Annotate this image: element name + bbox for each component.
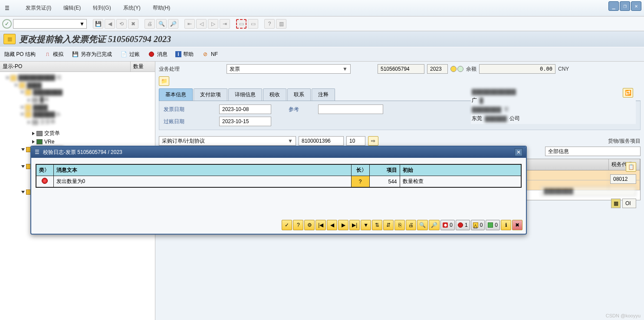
- header-row: 业务处理 发票▼ 5105605794 2023 余额 0.00 CNY: [159, 64, 641, 74]
- reference-field[interactable]: [318, 104, 383, 114]
- format-dropdown[interactable]: 全部信息: [545, 147, 641, 156]
- save-icon[interactable]: 💾: [93, 19, 103, 29]
- po-item-field[interactable]: 10: [346, 136, 365, 146]
- biz-dropdown[interactable]: 发票▼: [227, 64, 351, 74]
- item-number: 544: [369, 176, 400, 188]
- dialog-body: 类〉 消息文本 长〉 项目 初始 发出数量为0 ? 544 数量检查: [31, 158, 526, 217]
- messages-button[interactable]: 消息: [148, 51, 168, 58]
- hide-po-button[interactable]: 隐藏 PO 结构: [4, 51, 36, 58]
- stop-count[interactable]: ⬢0: [440, 220, 455, 230]
- po-search-button[interactable]: ⇨: [368, 136, 378, 146]
- find2-icon[interactable]: 🔍: [417, 220, 428, 230]
- display-button[interactable]: 📋: [626, 162, 636, 172]
- grid-icon[interactable]: ▦: [611, 199, 621, 208]
- dialog-cancel-button[interactable]: ✖: [512, 220, 522, 230]
- info2-icon[interactable]: ℹ: [501, 220, 511, 230]
- message-table: 类〉 消息文本 长〉 项目 初始 发出数量为0 ? 544 数量检查: [36, 164, 522, 188]
- menu-goto[interactable]: 转到(G): [87, 3, 117, 13]
- help2-icon[interactable]: ?: [293, 220, 303, 230]
- find-icon[interactable]: 🔍: [156, 19, 167, 29]
- menu-invoice[interactable]: 发票凭证(I): [20, 3, 57, 13]
- menu-system[interactable]: 系统(Y): [117, 3, 147, 13]
- next-icon[interactable]: ▷: [208, 19, 218, 29]
- invoice-date-field[interactable]: 2023-10-08: [219, 104, 271, 114]
- col-type: 类〉: [36, 164, 53, 176]
- restore-button[interactable]: ❐: [620, 1, 630, 11]
- vendor-detail-button[interactable]: 🔁: [623, 88, 633, 98]
- tab-tax[interactable]: 税收: [263, 88, 286, 101]
- sort-asc-icon[interactable]: ⇅: [372, 220, 382, 230]
- help-icon[interactable]: ?: [264, 19, 275, 29]
- create-session-icon[interactable]: ▭: [236, 19, 246, 29]
- app-menu-icon[interactable]: ☰: [2, 4, 12, 13]
- warn-count[interactable]: △0: [471, 220, 485, 230]
- init-text: 数量检查: [400, 176, 521, 188]
- menu-edit[interactable]: 编辑(E): [57, 3, 87, 13]
- tech-info-icon[interactable]: ⚙: [304, 220, 315, 230]
- exit-icon[interactable]: ⟲: [116, 19, 127, 29]
- docno-field: 5105605794: [378, 64, 424, 74]
- tab-payment[interactable]: 支付款项: [194, 88, 227, 101]
- dialog-title: 校验日志-发票 5105605794 / 2023: [43, 149, 122, 156]
- tree-col-po: 显示-PO: [0, 62, 131, 72]
- message-row[interactable]: 发出数量为0 ? 544 数量检查: [36, 176, 521, 188]
- currency-label: CNY: [558, 66, 569, 72]
- cancel-icon[interactable]: ✖: [128, 19, 138, 29]
- dialog-title-bar: ☰ 校验日志-发票 5105605794 / 2023 ✕: [31, 147, 526, 158]
- enter-icon[interactable]: ✓: [2, 19, 12, 29]
- error-icon: [36, 176, 53, 188]
- find-next-icon[interactable]: 🔎: [168, 19, 178, 29]
- watermark: CSDN @kooyyu: [606, 313, 641, 318]
- folder-button[interactable]: 📁: [159, 76, 169, 86]
- error-count[interactable]: 1: [456, 220, 470, 230]
- sort-desc-icon[interactable]: ⇵: [383, 220, 394, 230]
- simulate-button[interactable]: ⎍模拟: [43, 51, 63, 58]
- validation-log-dialog: ☰ 校验日志-发票 5105605794 / 2023 ✕ 类〉 消息文本 长〉…: [30, 146, 527, 235]
- tab-contact[interactable]: 联系: [287, 88, 311, 101]
- findnext2-icon[interactable]: 🔎: [429, 220, 440, 230]
- year-field: 2023: [427, 64, 448, 74]
- reference-label: 参考: [289, 106, 315, 113]
- export-icon[interactable]: ⎘: [394, 220, 405, 230]
- ref-type-dropdown[interactable]: 采购订单/计划协议▼: [159, 136, 296, 146]
- print2-icon[interactable]: 🖨: [406, 220, 416, 230]
- tree-row-vre[interactable]: VRe: [2, 138, 153, 146]
- nf-button[interactable]: ⊘NF: [201, 51, 218, 58]
- po-field[interactable]: 8100001396: [299, 136, 344, 146]
- last-page-icon[interactable]: ▶|: [349, 220, 360, 230]
- first-icon[interactable]: ⇤: [184, 19, 195, 29]
- filter-icon[interactable]: ▼: [361, 220, 371, 230]
- back-icon[interactable]: ◀: [105, 19, 115, 29]
- print-icon[interactable]: 🖨: [145, 19, 155, 29]
- check-icon[interactable]: ✓: [282, 220, 292, 230]
- prev-icon[interactable]: ◁: [196, 19, 207, 29]
- menu-help[interactable]: 帮助(H): [147, 3, 177, 13]
- tab-detail[interactable]: 详细信息: [228, 88, 262, 101]
- invoice-date-label: 发票日期: [164, 106, 216, 113]
- invoice-date-row: 发票日期 2023-10-08: [164, 104, 271, 114]
- tree-row-delivery[interactable]: 交货单: [2, 129, 153, 138]
- tcode-combo[interactable]: ▼: [13, 19, 87, 29]
- minimize-button[interactable]: _: [608, 1, 619, 11]
- post-date-field[interactable]: 2023-10-15: [219, 117, 271, 126]
- last-icon[interactable]: ⇥: [220, 19, 230, 29]
- post-button[interactable]: 📄过账: [120, 51, 140, 58]
- next-page-icon[interactable]: ▶: [338, 220, 348, 230]
- dialog-close-button[interactable]: ✕: [515, 148, 522, 156]
- object-icon: ▦: [3, 34, 16, 44]
- help-button[interactable]: i帮助: [175, 51, 194, 58]
- save-completed-button[interactable]: 💾另存为已完成: [71, 51, 112, 58]
- layout-icon[interactable]: ▥: [276, 19, 286, 29]
- tab-note[interactable]: 注释: [312, 88, 335, 101]
- close-button[interactable]: ✕: [631, 1, 641, 11]
- dialog-menu-icon[interactable]: ☰: [35, 149, 39, 155]
- vendor-info: ████████████ 广█ ████████室 东莞██████公司 🔁: [471, 87, 636, 124]
- dialog-toolbar: ✓ ? ⚙ |◀ ◀ ▶ ▶| ▼ ⇅ ⇵ ⎘ 🖨 🔍 🔎 ⬢0 1 △0 0 …: [31, 217, 526, 234]
- prev-page-icon[interactable]: ◀: [327, 220, 337, 230]
- shortcut-icon[interactable]: ▭: [248, 19, 258, 29]
- first-page-icon[interactable]: |◀: [315, 220, 326, 230]
- tab-basic[interactable]: 基本信息: [159, 88, 193, 101]
- biz-label: 业务处理: [159, 65, 224, 73]
- ok-count[interactable]: 0: [486, 220, 500, 230]
- long-text-icon[interactable]: ?: [351, 176, 369, 188]
